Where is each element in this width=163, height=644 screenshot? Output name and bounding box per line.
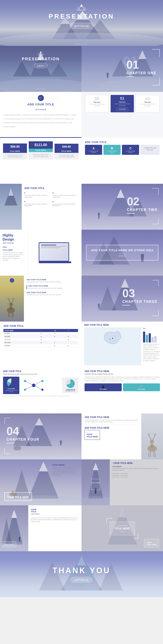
slide9-item-2: ⚙️ TEXT HERE — [123, 384, 160, 391]
tab-a[interactable]: A LOREM IPSUM DOLOR — [85, 145, 102, 155]
svg-point-27 — [0, 218, 22, 230]
svg-point-14 — [0, 78, 81, 92]
deer-svg — [2, 296, 19, 320]
svg-marker-18 — [42, 53, 44, 55]
svg-point-32 — [98, 212, 100, 216]
thank-you-slide: THANK YOU @PPTER沙蓝 — [0, 551, 163, 597]
svg-line-47 — [8, 313, 9, 317]
price-cards: $88.80 TITLE HERE. Lorem ipsum dolor sit… — [3, 141, 78, 159]
svg-marker-90 — [39, 462, 48, 471]
chapter3-line — [122, 305, 130, 306]
slide6-divider — [2, 247, 7, 247]
slide6-left-panel: Highly Design @PPTER沙蓝 TITLE HERE LOREM … — [0, 230, 28, 276]
svg-point-57 — [115, 336, 116, 337]
mountain-icon — [76, 4, 87, 10]
slide2-left: PRESENTATION 沙蓝PPT — [0, 46, 81, 92]
cart-icon: 🛒 — [38, 95, 44, 101]
svg-point-56 — [112, 338, 113, 339]
slide5-title: ADD YOUR TITLE — [24, 187, 79, 190]
tab-c[interactable]: C LOREM IPSUM DOLOR — [122, 145, 139, 155]
slide6-body: LOREM IPSUM DOLOR SIT AMET, CONSECTETUR … — [2, 252, 25, 261]
slide3-left: 🛒 ADD YOUR TITLE @PPTER沙蓝 LOREM IPSUM DO… — [0, 92, 81, 138]
frame-corner-tr — [152, 49, 160, 57]
slide3-item-1: 02 Title here Lorem ipsum dolor sit amet… — [85, 95, 109, 112]
chapter3-content: 03 CHAPTER THREE — [122, 288, 158, 306]
price-card-3: $99.99 TITLE HERE. Lorem ipsum dolor sit… — [55, 144, 78, 159]
svg-point-58 — [110, 339, 110, 340]
svg-line-41 — [9, 300, 10, 303]
hero-title: PRESENTATION — [0, 13, 163, 20]
slide11-title-box: + YOUR TITLE HERE — [4, 492, 32, 501]
map-area — [84, 328, 141, 365]
svg-rect-39 — [10, 306, 12, 310]
slide5-item4: Lorem ipsum dolor sit amet consectetur a… — [53, 200, 79, 207]
slide6-right-title: ADD YOUR TITLE HERE OR OTHER IDEA — [91, 249, 154, 252]
slide2-badge: 沙蓝PPT — [34, 63, 48, 68]
slide12-right: Lorem Ipsum TITLE HERE subtitle + YOURTI… — [81, 505, 163, 551]
svg-point-73 — [60, 440, 62, 443]
slide12-text: YOURTITLE Lorem Ipsum LOREM IPSUM DOLOR … — [28, 505, 81, 551]
svg-rect-24 — [107, 75, 108, 78]
slide6-laptop — [39, 242, 71, 263]
slide3-item-3: 03 Title here Lorem ipsum dolor sit amet… — [136, 95, 160, 112]
pie-chart-2 — [66, 379, 75, 388]
slide12-center-box: Lorem Ipsum TITLE HERE subtitle — [110, 522, 135, 535]
svg-line-79 — [149, 436, 151, 440]
bar-1 — [143, 332, 145, 342]
svg-marker-102 — [11, 510, 17, 518]
svg-line-50 — [13, 313, 13, 317]
slide3-item-2: 01 Title here Lorem ipsum dolor sit amet… — [111, 95, 134, 112]
slide9-right: ADD YOUR TITLE HERE CONSECTETUR LOREM IP… — [81, 368, 163, 414]
frame-br-12 — [133, 533, 138, 539]
slide3-btn[interactable]: 点击查看更多 — [117, 108, 128, 111]
hero-badge: @PPTER沙蓝 — [70, 23, 93, 29]
bar-4 — [152, 337, 154, 342]
frame-corner-br — [152, 78, 160, 85]
table-row: BB BBB●●● — [3, 335, 78, 338]
svg-point-75 — [13, 446, 21, 450]
table-row: EE EEE●● — [3, 344, 78, 347]
col-header-4: ✓ — [67, 329, 78, 332]
col-header-2: 🎧 — [39, 329, 53, 332]
slide3-subtitle: @PPTER沙蓝 — [3, 107, 78, 111]
svg-line-67 — [34, 385, 42, 390]
slide12-divider — [31, 516, 79, 516]
slide9-title: ADD YOUR TITLE — [3, 370, 78, 372]
list-row-1: Lorem ipsum Lorem ipsum — [112, 473, 161, 474]
slide7-cart-icon: 🛒 — [10, 278, 14, 282]
slide9-right-body: CONSECTETUR LOREM IPSUM DOLOR SIT AMET A… — [85, 376, 160, 382]
slide9-right-items: 📱 TEXT HERE ⚙️ TEXT HERE — [85, 384, 160, 391]
mountain-icon-area — [76, 4, 87, 11]
slide4-right: ADD YOUR TITLE A LOREM IPSUM DOLOR B LOR… — [81, 138, 163, 184]
svg-marker-53 — [99, 286, 116, 310]
slide11-text-box: Lorem Ipsum LOREM IPSUM DOLOR SIT AMET C… — [52, 464, 78, 476]
frame-tl-12 — [106, 518, 112, 524]
slide10-divider — [85, 425, 138, 425]
svg-line-82 — [153, 436, 155, 440]
tab-b[interactable]: B LOREM IPSUM DOLOR — [103, 145, 121, 155]
table-row: AA AAA●● — [3, 332, 78, 335]
slide10-body: LOREM IPSUM DOLOR SIT AMET CONSECTETUR A… — [85, 419, 138, 423]
slide5-content: ADD YOUR TITLE Lorem ipsum dolor sit ame… — [22, 184, 81, 230]
laptop-screen — [39, 242, 69, 262]
frame-br-ch2 — [152, 218, 159, 224]
chapter3-title: CHAPTER THREE — [122, 300, 158, 304]
chapter1-line — [127, 76, 134, 77]
svg-marker-30 — [117, 189, 125, 198]
svg-line-86 — [151, 451, 151, 457]
slide6-laptop-area — [28, 230, 81, 276]
svg-marker-16 — [40, 51, 41, 53]
svg-rect-33 — [98, 216, 100, 218]
tab-d[interactable]: LOREM IPSUM DOLOR — [140, 145, 160, 155]
slide7-left: 🛒 ADD YOUR TITLE HERE SUPPORTING TEXT TH… — [0, 276, 81, 322]
bar-5 — [154, 336, 157, 342]
frame-tr-ch3 — [153, 280, 159, 286]
svg-rect-106 — [19, 539, 20, 542]
slide8-left: ADD YOUR TITLE TITLE HERE 🎧 🔒 ✓ AA AAA●●… — [0, 322, 81, 368]
slide6-left: Highly Design @PPTER沙蓝 TITLE HERE LOREM … — [0, 230, 81, 276]
slide9-right-subtitle: CONSECTETUR LOREM IPSUM DOLOR — [85, 374, 160, 375]
slide11-right-subtitle: Lorem Ipsum — [112, 466, 161, 467]
table-row: DD DDD●● — [3, 341, 78, 344]
slide11-right-panel: + YOUR TITLE HERE Lorem Ipsum LOREM IPSU… — [110, 460, 163, 505]
slide3-title: ADD YOUR TITLE — [3, 102, 78, 106]
